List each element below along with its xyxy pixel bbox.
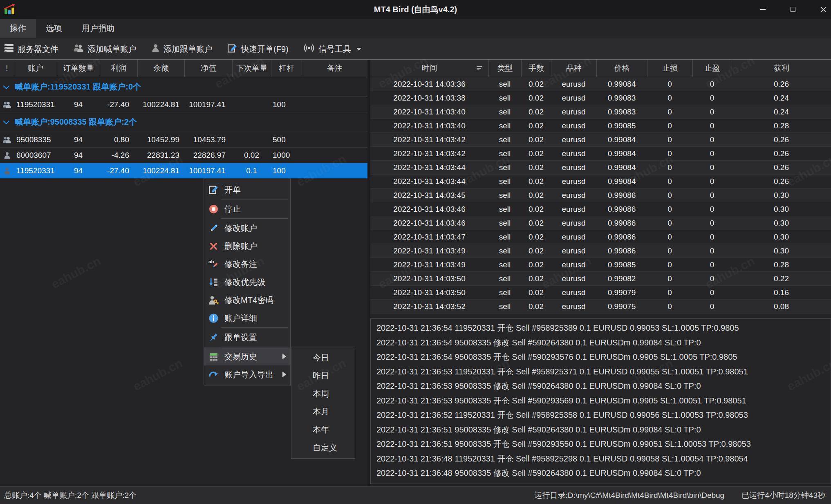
order-profit: 0.30 xyxy=(732,191,831,200)
next-lot: 0.02 xyxy=(232,151,271,160)
order-tp: 0 xyxy=(692,149,732,158)
order-row[interactable]: 2022-10-31 14:03:45 sell 0.02 eurusd 0.9… xyxy=(370,188,831,202)
order-symbol: eurusd xyxy=(551,135,596,144)
menu-item-change-password[interactable]: 修改MT4密码 xyxy=(204,291,290,309)
menu-item-account-details[interactable]: 账户详细 xyxy=(204,309,290,327)
submenu-item[interactable]: 自定义 xyxy=(291,439,355,457)
submenu-item[interactable]: 今日 xyxy=(291,349,355,367)
column-header-symbol[interactable]: 品种 xyxy=(551,60,596,77)
menu-item-open-order[interactable]: 开单 xyxy=(204,181,290,199)
menu-item-follow-settings[interactable]: 跟单设置 xyxy=(204,328,290,346)
menu-item-edit-priority[interactable]: 修改优先级 xyxy=(204,273,290,291)
order-row[interactable]: 2022-10-31 14:03:44 sell 0.02 eurusd 0.9… xyxy=(370,161,831,175)
order-row[interactable]: 2022-10-31 14:03:46 sell 0.02 eurusd 0.9… xyxy=(370,202,831,216)
order-row[interactable]: 2022-10-31 14:03:42 sell 0.02 eurusd 0.9… xyxy=(370,147,831,161)
column-header-orders[interactable]: 订单数量 xyxy=(57,60,100,77)
column-header-lots[interactable]: 手数 xyxy=(521,60,551,77)
stop-icon xyxy=(208,204,219,214)
order-row[interactable]: 2022-10-31 14:03:38 sell 0.02 eurusd 0.9… xyxy=(370,91,831,105)
menu-operation[interactable]: 操作 xyxy=(0,19,36,38)
server-files-button[interactable]: 服务器文件 xyxy=(4,44,58,55)
submenu-item[interactable]: 昨日 xyxy=(291,367,355,385)
menu-item-stop[interactable]: 停止 xyxy=(204,200,290,218)
signal-tools-button[interactable]: 信号工具 xyxy=(303,44,361,55)
order-tp: 0 xyxy=(692,121,732,130)
balance: 100224.81 xyxy=(137,166,184,175)
order-lots: 0.02 xyxy=(521,80,551,89)
log-line: 2022-10-31 21:36:48 119520331 开仓 Sell #9… xyxy=(376,452,825,466)
order-lots: 0.02 xyxy=(521,274,551,283)
menu-item-trade-history[interactable]: 交易历史 xyxy=(204,347,290,365)
log-line: 2022-10-31 21:36:48 95008335 修改 Sell #59… xyxy=(376,466,825,481)
menu-item-edit-note[interactable]: ab 修改备注 xyxy=(204,255,290,273)
submenu-item[interactable]: 本年 xyxy=(291,421,355,439)
order-row[interactable]: 2022-10-31 14:03:40 sell 0.02 eurusd 0.9… xyxy=(370,105,831,119)
accounts-table-header: ! 账户 订单数量 利润 余额 净值 下次单量 杠杆 备注 xyxy=(0,60,367,77)
column-header-equity[interactable]: 净值 xyxy=(184,60,232,77)
menu-separator xyxy=(221,218,288,219)
column-header-alert[interactable]: ! xyxy=(0,60,14,77)
order-row[interactable]: 2022-10-31 14:03:42 sell 0.02 eurusd 0.9… xyxy=(370,133,831,147)
equity: 10453.79 xyxy=(184,135,232,144)
account-row[interactable]: 60003607 94 -4.26 22831.23 22826.97 0.02… xyxy=(0,148,367,163)
maximize-button[interactable] xyxy=(788,4,798,15)
column-header-type[interactable]: 类型 xyxy=(488,60,521,77)
add-caller-account-button[interactable]: 添加喊单账户 xyxy=(73,44,137,55)
column-header-profit[interactable]: 利润 xyxy=(100,60,137,77)
order-time: 2022-10-31 14:03:49 xyxy=(370,246,488,255)
quick-order-button[interactable]: 快速开单(F9) xyxy=(227,43,289,55)
order-row[interactable]: 2022-10-31 14:03:40 sell 0.02 eurusd 0.9… xyxy=(370,119,831,133)
order-row[interactable]: 2022-10-31 14:03:50 sell 0.02 eurusd 0.9… xyxy=(370,286,831,300)
column-header-next-lot[interactable]: 下次单量 xyxy=(232,60,271,77)
column-header-leverage[interactable]: 杠杆 xyxy=(271,60,302,77)
minimize-button[interactable] xyxy=(757,4,768,15)
order-row[interactable]: 2022-10-31 14:03:49 sell 0.02 eurusd 0.9… xyxy=(370,258,831,272)
menu-item-label: 修改MT4密码 xyxy=(224,295,273,306)
order-symbol: eurusd xyxy=(551,288,596,297)
column-header-account[interactable]: 账户 xyxy=(14,60,57,77)
pencil-icon xyxy=(208,224,219,233)
order-sl: 0 xyxy=(647,191,692,200)
order-profit: 0.26 xyxy=(732,135,831,144)
close-button[interactable] xyxy=(818,4,829,15)
order-row[interactable]: 2022-10-31 14:03:49 sell 0.02 eurusd 0.9… xyxy=(370,244,831,258)
menu-item-delete-account[interactable]: 删除账户 xyxy=(204,237,290,255)
order-row[interactable]: 2022-10-31 14:03:50 sell 0.02 eurusd 0.9… xyxy=(370,272,831,286)
add-caller-account-label: 添加喊单账户 xyxy=(87,44,137,55)
submenu-item[interactable]: 本周 xyxy=(291,385,355,403)
account-group-row[interactable]: 喊单账户:95008335 跟单账户:2个 xyxy=(0,112,367,132)
order-row[interactable]: 2022-10-31 14:03:46 sell 0.02 eurusd 0.9… xyxy=(370,216,831,230)
orders-count: 94 xyxy=(57,100,100,109)
order-sl: 0 xyxy=(647,94,692,103)
menu-options[interactable]: 选项 xyxy=(36,19,72,38)
account-row[interactable]: 119520331 94 -27.40 100224.81 100197.41 … xyxy=(0,97,367,112)
order-row[interactable]: 2022-10-31 14:03:44 sell 0.02 eurusd 0.9… xyxy=(370,175,831,188)
column-header-time[interactable]: 时间 xyxy=(370,60,488,77)
order-lots: 0.02 xyxy=(521,149,551,158)
order-row[interactable]: 2022-10-31 14:03:36 sell 0.02 eurusd 0.9… xyxy=(370,77,831,91)
add-follower-account-button[interactable]: 添加跟单账户 xyxy=(151,44,213,55)
menu-item-import-export[interactable]: 账户导入导出 xyxy=(204,365,290,383)
menu-item-edit-account[interactable]: 修改账户 xyxy=(204,219,290,237)
menu-donate[interactable]: 用户捐助 xyxy=(72,19,124,38)
column-header-price[interactable]: 价格 xyxy=(596,60,647,77)
order-lots: 0.02 xyxy=(521,205,551,214)
order-sl: 0 xyxy=(647,149,692,158)
profit: -27.40 xyxy=(100,166,137,175)
account-row-selected[interactable]: 119520331 94 -27.40 100224.81 100197.41 … xyxy=(0,163,367,179)
account-group-row[interactable]: 喊单账户:119520331 跟单账户:0个 xyxy=(0,77,367,97)
submenu-item[interactable]: 本月 xyxy=(291,403,355,421)
column-header-tp[interactable]: 止盈 xyxy=(692,60,732,77)
order-lots: 0.02 xyxy=(521,233,551,242)
column-header-sl[interactable]: 止损 xyxy=(647,60,692,77)
order-type: sell xyxy=(488,233,521,242)
column-header-profit[interactable]: 获利 xyxy=(732,60,831,77)
account-row[interactable]: 95008335 94 0.80 10452.99 10453.79 500 xyxy=(0,132,367,148)
order-row[interactable]: 2022-10-31 14:03:52 sell 0.02 eurusd 0.9… xyxy=(370,300,831,314)
column-header-note[interactable]: 备注 xyxy=(302,60,367,77)
order-row[interactable]: 2022-10-31 14:03:47 sell 0.02 eurusd 0.9… xyxy=(370,230,831,244)
column-header-balance[interactable]: 余额 xyxy=(137,60,184,77)
order-time: 2022-10-31 14:03:40 xyxy=(370,108,488,116)
order-time: 2022-10-31 14:03:45 xyxy=(370,191,488,200)
equity: 22826.97 xyxy=(184,151,232,160)
